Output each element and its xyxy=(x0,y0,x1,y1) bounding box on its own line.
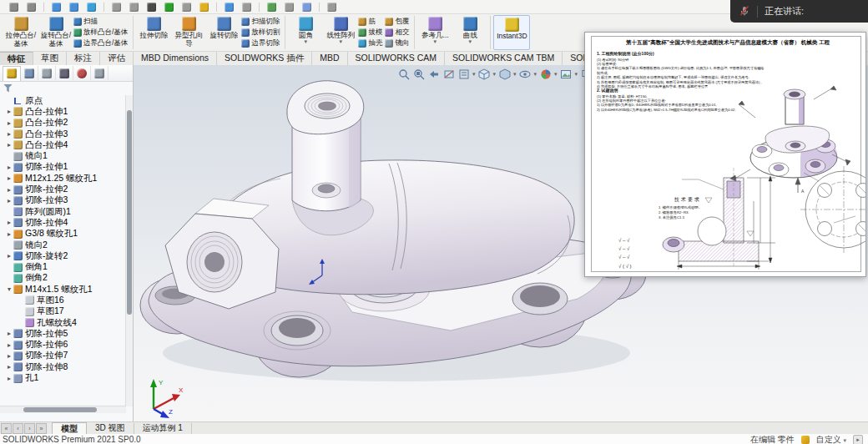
ribbon-button-loft-cut[interactable]: 放样切割 xyxy=(241,28,282,38)
ribbon-button-wrap[interactable]: 包覆 xyxy=(385,17,411,28)
tree-item[interactable]: ▸切除-拉伸5 xyxy=(0,328,126,339)
sheet-nav-button[interactable]: « xyxy=(1,423,12,434)
doc-tab-3D 视图[interactable]: 3D 视图 xyxy=(87,423,134,434)
expand-arrow-icon[interactable]: ▸ xyxy=(5,341,13,349)
bulb-icon[interactable] xyxy=(199,3,209,12)
edit-appearance-icon[interactable] xyxy=(539,68,552,80)
record-icon[interactable] xyxy=(164,3,174,12)
link-icon[interactable] xyxy=(285,3,294,12)
cube-icon[interactable] xyxy=(147,3,156,12)
tree-item[interactable]: ▸凸台-拉伸4 xyxy=(0,139,126,150)
ribbon-button-curves[interactable]: 曲线▾ xyxy=(452,15,487,50)
ribbon-button-mirror[interactable]: 镜向 xyxy=(385,38,411,49)
section-view-icon[interactable] xyxy=(442,68,455,80)
grid-icon[interactable] xyxy=(302,3,311,12)
window-icon[interactable] xyxy=(327,3,336,12)
tree-item[interactable]: ▸凸台-拉伸2 xyxy=(0,118,126,129)
hide-show-items-icon[interactable] xyxy=(519,68,532,80)
filter-funnel-icon[interactable] xyxy=(3,84,13,93)
panel-tab-propertymanager[interactable] xyxy=(21,66,38,80)
tree-item[interactable]: ▸孔1 xyxy=(0,372,126,383)
microphone-muted-icon[interactable] xyxy=(739,5,750,18)
dropdown-caret-icon[interactable]: ▾ xyxy=(472,73,476,76)
ribbon-button-revolve-boss[interactable]: 旋转凸台/基体 xyxy=(38,15,73,50)
tree-vertical-scrollbar[interactable] xyxy=(125,95,133,406)
ribbon-button-draft[interactable]: 拔模 xyxy=(358,28,385,38)
expand-arrow-icon[interactable]: ▸ xyxy=(5,252,13,260)
panel-tab-dimxpertmanager[interactable] xyxy=(56,66,73,80)
expand-arrow-icon[interactable]: ▸ xyxy=(5,197,13,204)
ribbon-button-sweep[interactable]: 扫描 xyxy=(73,17,130,28)
dropdown-caret-icon[interactable]: ▾ xyxy=(575,73,578,76)
ruler-icon[interactable] xyxy=(27,3,36,12)
tree-item[interactable]: ▸切除-拉伸6 xyxy=(0,340,126,351)
chart-icon[interactable] xyxy=(69,3,78,12)
expand-arrow-icon[interactable]: ▾ xyxy=(5,285,13,293)
tree-item[interactable]: ▸切除-拉伸2 xyxy=(0,184,126,194)
ribbon-button-fillet[interactable]: 圆角▾ xyxy=(288,15,323,50)
tree-item[interactable]: 倒角2 xyxy=(0,273,126,284)
expand-arrow-icon[interactable]: ▸ xyxy=(5,164,13,171)
expand-arrow-icon[interactable]: ▸ xyxy=(5,141,13,149)
image-icon[interactable] xyxy=(267,3,276,12)
customize-menu[interactable]: 自定义 ▾ xyxy=(816,434,846,444)
dropdown-caret-icon[interactable]: ▾ xyxy=(513,73,517,76)
expand-arrow-icon[interactable]: ▸ xyxy=(5,108,13,115)
ribbon-button-shell[interactable]: 抽壳 xyxy=(358,38,385,49)
mail-icon[interactable] xyxy=(182,3,191,12)
panel-tab-configurationmanager[interactable] xyxy=(38,66,56,80)
tab-评估[interactable]: 评估 xyxy=(100,52,134,65)
panel-tab-more[interactable] xyxy=(91,66,108,80)
tree-item[interactable]: 原点 xyxy=(0,95,126,106)
tree-item[interactable]: 草图16 xyxy=(0,295,126,305)
search-icon[interactable] xyxy=(225,3,234,12)
expand-arrow-icon[interactable]: ▸ xyxy=(5,375,13,382)
tree-horizontal-scrollbar[interactable] xyxy=(0,406,126,413)
ribbon-button-boundary[interactable]: 边界凸台/基体 xyxy=(73,38,130,49)
expand-arrow-icon[interactable]: ▸ xyxy=(5,130,13,138)
tab-SOLIDWORKS 插件[interactable]: SOLIDWORKS 插件 xyxy=(217,52,312,65)
display-style-icon[interactable] xyxy=(498,68,511,80)
list-icon[interactable] xyxy=(242,3,251,12)
ribbon-button-instant3d[interactable]: Instant3D xyxy=(493,15,530,50)
tab-标注[interactable]: 标注 xyxy=(67,52,100,65)
tree-item[interactable]: 阵列(圆周)1 xyxy=(0,206,126,217)
tree-item[interactable]: 镜向1 xyxy=(0,150,126,161)
tree-item[interactable]: ▸切除-拉伸1 xyxy=(0,162,126,173)
ribbon-button-extrude-cut[interactable]: 拉伸切除 xyxy=(136,15,171,50)
expand-arrow-icon[interactable]: ▸ xyxy=(5,174,13,182)
tree-item[interactable]: ▸切除-拉伸8 xyxy=(0,361,126,372)
expand-arrow-icon[interactable]: ▸ xyxy=(5,219,13,226)
ribbon-button-extrude-boss[interactable]: 拉伸凸台/基体 xyxy=(3,15,38,50)
dropdown-caret-icon[interactable]: ▾ xyxy=(493,73,497,76)
ribbon-button-boundary-cut[interactable]: 边界切除 xyxy=(241,38,282,49)
tree-item[interactable]: ▸切除-旋转2 xyxy=(0,250,126,261)
previous-view-icon[interactable] xyxy=(427,68,440,80)
tree-item[interactable]: ▸切除-拉伸3 xyxy=(0,195,126,206)
expand-arrow-icon[interactable]: ▸ xyxy=(5,119,13,127)
ribbon-button-rib[interactable]: 筋 xyxy=(358,17,385,28)
gear-icon[interactable] xyxy=(112,3,121,12)
tree-item[interactable]: 孔螺纹线4 xyxy=(0,317,126,328)
tree-item[interactable]: 草图17 xyxy=(0,306,126,317)
task-pane-icon[interactable]: ▸ xyxy=(853,435,863,444)
expand-arrow-icon[interactable]: ▸ xyxy=(5,352,13,360)
globe-icon[interactable] xyxy=(87,3,96,12)
tab-SOLIDWORKS CAM[interactable]: SOLIDWORKS CAM xyxy=(348,52,445,65)
tab-草图[interactable]: 草图 xyxy=(33,52,67,65)
ribbon-button-hole-wizard[interactable]: 异型孔向导 xyxy=(171,15,206,50)
ribbon-button-linear-pattern[interactable]: 线性阵列▾ xyxy=(323,15,358,50)
ribbon-button-loft[interactable]: 放样凸台/基体 xyxy=(73,28,130,38)
ribbon-button-revolve-cut[interactable]: 旋转切除 xyxy=(206,15,241,50)
zoom-area-icon[interactable] xyxy=(412,68,425,80)
exam-drawing-document[interactable]: 第十五届“高教杯”全国大学生先进成图技术与产品信息建模大赛（省赛） 机械类 工程… xyxy=(584,32,866,277)
zoom-fit-icon[interactable] xyxy=(397,68,410,80)
tree-item[interactable]: 镜向2 xyxy=(0,240,126,250)
tree-item[interactable]: ▸凸台-拉伸3 xyxy=(0,129,126,139)
expand-arrow-icon[interactable]: ▸ xyxy=(5,363,13,371)
dynamic-annotation-icon[interactable] xyxy=(457,68,470,80)
tab-MBD Dimensions[interactable]: MBD Dimensions xyxy=(134,52,217,65)
tab-特征[interactable]: 特征 xyxy=(0,52,33,65)
doc-tab-模型[interactable]: 模型 xyxy=(52,422,87,434)
sheet-nav-button[interactable]: ‹ xyxy=(13,423,23,434)
